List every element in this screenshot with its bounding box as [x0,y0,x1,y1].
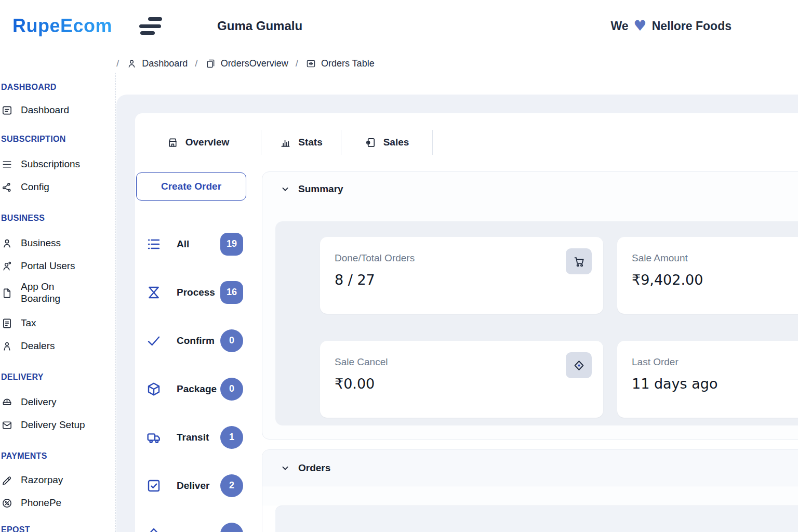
tagline-store-name: Nellore Foods [652,19,732,33]
breadcrumb-separator: / [296,58,298,69]
filter-row-transit[interactable]: Transit 1 [135,413,262,461]
sidebar-item-portal-users[interactable]: Portal Users [1,257,115,275]
app-header: RupeEcom Guma Gumalu We ♥ Nellore Foods [0,0,798,52]
hourglass-icon [145,284,162,301]
filter-count-badge [220,523,243,532]
sidebar: DASHBOARD Dashboard SUBSCRIPTION Subscri… [0,73,116,532]
tab-label: Stats [298,137,322,148]
chevron-down-icon [280,184,290,194]
filter-row-all[interactable]: All 19 [135,220,262,268]
orders-overview-card: Overview Stats Sales Create Order [135,113,798,532]
sidebar-section-epost: EPOST [1,525,115,532]
person-icon [1,340,13,352]
tagline-prefix: We [610,19,628,33]
users-icon [1,260,13,272]
breadcrumb: / Dashboard / OrdersOverview / Orders Ta… [116,54,375,73]
notifications-bell-icon[interactable] [754,17,773,35]
summary-card-value: ₹9,402.00 [632,272,798,288]
diamond-badge-icon [566,352,592,378]
sidebar-item-delivery[interactable]: Delivery [1,393,115,411]
store-tagline: We ♥ Nellore Foods [610,19,732,33]
check-icon [145,332,162,349]
breadcrumb-label: OrdersOverview [221,58,288,69]
sidebar-item-delivery-setup[interactable]: Delivery Setup [1,416,115,434]
orders-header[interactable]: Orders [262,450,798,486]
pen-icon [1,474,13,486]
filter-label: All [177,238,189,250]
summary-card-label: Done/Total Orders [335,252,589,264]
sidebar-item-business[interactable]: Business [1,234,115,252]
sidebar-item-tax[interactable]: Tax [1,314,115,332]
tab-overview[interactable]: Overview [135,130,261,155]
summary-card-sale-cancel: Sale Cancel ₹0.00 [320,341,603,418]
breadcrumb-orders-table[interactable]: Orders Table [305,58,375,69]
filter-row-deliver[interactable]: Deliver 2 [135,461,262,510]
list-bullets-icon [145,236,162,252]
sidebar-item-label: Business [21,237,61,249]
breadcrumb-orders-overview[interactable]: OrdersOverview [205,58,288,69]
filter-count-badge: 2 [220,474,243,497]
summary-card-label: Last Order [632,356,798,368]
user-icon [126,58,137,69]
sidebar-item-subscriptions[interactable]: Subscriptions [1,155,115,174]
menu-toggle-icon[interactable] [139,17,163,35]
diamond-icon [145,526,162,532]
cart-icon [566,248,592,274]
orders-title: Orders [298,462,330,474]
sidebar-item-label: Tax [21,317,36,329]
summary-header[interactable]: Summary [262,172,798,206]
sidebar-item-label: PhonePe [21,497,61,509]
sidebar-section-business: BUSINESS [1,213,115,223]
tab-sales[interactable]: Sales [341,130,432,155]
tab-label: Sales [383,137,409,148]
sidebar-item-label: Delivery [21,396,57,408]
sidebar-section-dashboard: DASHBOARD [1,82,115,92]
sidebar-item-phonepe[interactable]: PhonePe [1,494,115,512]
sidebar-item-label: Dashboard [21,104,69,116]
mail-icon [1,419,13,431]
filter-row-cancel[interactable] [135,510,262,532]
summary-card-sale-amount: Sale Amount ₹9,402.00 [617,237,798,314]
filter-row-process[interactable]: Process 16 [135,268,262,316]
tab-divider [432,130,433,155]
summary-card-last-order: Last Order 11 days ago [617,341,798,418]
filter-label: Package [177,383,217,395]
chevron-down-icon [280,463,290,473]
orders-body [262,506,798,532]
tab-stats[interactable]: Stats [261,130,341,155]
summary-card-done-total-orders: Done/Total Orders 8 / 27 [320,237,603,314]
page-title: Guma Gumalu [217,19,302,33]
user-icon [1,237,13,249]
receipt-icon [365,137,377,149]
sidebar-item-label: Dealers [21,340,55,352]
sidebar-item-app-on-boarding[interactable]: App On Boarding [1,278,115,308]
filter-row-package[interactable]: Package 0 [135,365,262,413]
tab-bar: Overview Stats Sales [135,113,798,171]
sidebar-item-dealers[interactable]: Dealers [1,337,115,355]
sidebar-item-label: App On Boarding [21,281,83,305]
share-icon [1,181,13,193]
bar-chart-icon [280,137,291,149]
summary-card-label: Sale Amount [632,252,798,264]
sidebar-item-config[interactable]: Config [1,178,115,196]
sidebar-section-delivery: DELIVERY [1,372,115,382]
dashboard-icon [1,104,13,116]
sidebar-item-label: Razorpay [21,474,63,486]
sidebar-item-razorpay[interactable]: Razorpay [1,471,115,489]
content-area: Overview Stats Sales Create Order [116,95,798,532]
filter-row-confirm[interactable]: Confirm 0 [135,316,262,365]
sidebar-item-label: Config [21,181,49,193]
breadcrumb-dashboard[interactable]: Dashboard [126,58,188,69]
create-order-button[interactable]: Create Order [136,172,246,201]
summary-card-value: 8 / 27 [335,272,589,288]
filter-count-badge: 19 [220,233,243,256]
breadcrumb-separator: / [195,58,197,69]
filter-count-badge: 0 [220,329,243,352]
sidebar-item-dashboard[interactable]: Dashboard [1,101,115,119]
document-icon [1,317,13,329]
checkbox-icon [145,477,162,494]
order-filters-column: Create Order All 19 Process 16 Confir [135,171,262,532]
list-icon [1,158,13,170]
storefront-icon [167,137,179,149]
table-arrows-icon [305,58,316,69]
